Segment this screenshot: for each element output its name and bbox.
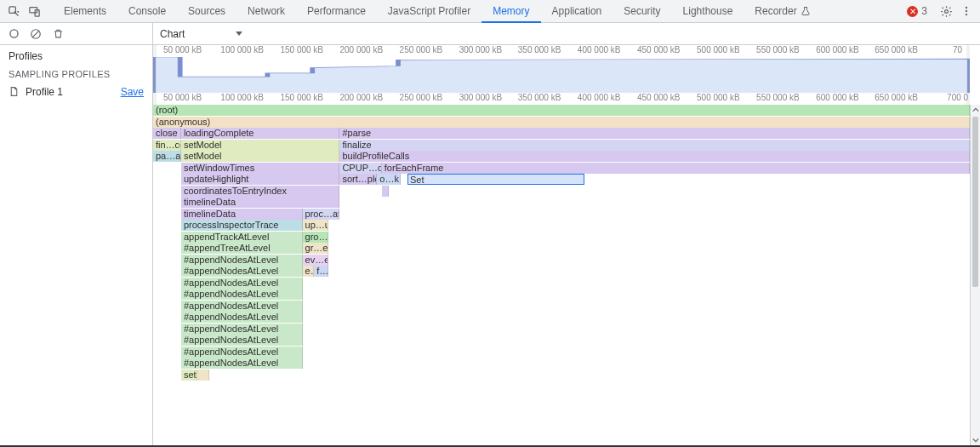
device-toggle-icon[interactable] — [26, 3, 43, 20]
save-profile-link[interactable]: Save — [121, 86, 144, 98]
tab-lighthouse[interactable]: Lighthouse — [672, 0, 744, 22]
tab-sources[interactable]: Sources — [177, 0, 236, 22]
flame-cell[interactable]: #appendNodesAtLevel — [181, 278, 303, 289]
tab-recorder[interactable]: Recorder — [744, 0, 821, 22]
flame-cell[interactable]: timelineData — [181, 209, 303, 220]
ruler-tick: 350 000 kB — [518, 93, 561, 102]
flame-cell[interactable]: (root) — [153, 105, 970, 116]
flame-row: #appendNodesAtLevel — [153, 335, 970, 347]
flame-cell[interactable]: Set — [407, 174, 584, 185]
flame-cell[interactable]: appendTrackAtLevel — [181, 232, 303, 243]
flame-cell[interactable]: #appendNodesAtLevel — [181, 324, 303, 335]
clear-icon[interactable] — [29, 27, 43, 41]
flame-cell[interactable]: #appendNodesAtLevel — [181, 312, 303, 323]
ruler-tick: 250 000 kB — [400, 45, 443, 54]
tab-memory[interactable]: Memory — [481, 0, 540, 22]
flame-cell[interactable]: coordinatesToEntryIndex — [181, 186, 340, 197]
flame-cell[interactable]: forEachFrame — [382, 163, 970, 174]
settings-icon[interactable] — [937, 3, 954, 20]
flame-panel: 50 000 kB100 000 kB150 000 kB200 000 kB2… — [153, 45, 980, 445]
flame-row: #appendNodesAtLevel — [153, 289, 970, 301]
profile-controls — [0, 23, 153, 44]
scroll-thumb[interactable] — [972, 117, 978, 287]
profiles-sidebar: Profiles SAMPLING PROFILES Profile 1 Sav… — [0, 45, 153, 445]
flame-row: #appendNodesAtLevel — [153, 358, 970, 370]
flame-cell[interactable]: timelineData — [181, 197, 340, 208]
flame-cell[interactable]: pa…at — [153, 151, 181, 162]
error-count: 3 — [921, 5, 927, 17]
flame-cell[interactable]: setWindowTimes — [181, 163, 340, 174]
tab-security[interactable]: Security — [612, 0, 671, 22]
flame-cell[interactable]: up…up — [303, 220, 328, 231]
flame-cell[interactable]: #appendNodesAtLevel — [181, 266, 303, 277]
error-badge[interactable]: ✕ 3 — [907, 5, 927, 17]
flame-cell[interactable]: finalize — [339, 140, 970, 151]
flame-cell[interactable] — [197, 370, 209, 381]
flame-row: #appendTreeAtLevelgr…ew — [153, 243, 970, 255]
flame-cell[interactable]: o…k — [377, 174, 400, 185]
ruler-tick: 650 000 kB — [875, 45, 918, 54]
ruler-tick: 100 000 kB — [220, 45, 264, 54]
ruler-tick: 100 000 kB — [220, 93, 264, 102]
tab-javascript-profiler[interactable]: JavaScript Profiler — [377, 0, 481, 22]
flame-row: (root) — [153, 105, 970, 117]
ruler-tick: 500 000 kB — [697, 45, 740, 54]
flame-cell[interactable]: #parse — [339, 128, 970, 139]
flame-cell[interactable]: setModel — [181, 140, 340, 151]
flame-cell[interactable]: fin…ce — [153, 140, 181, 151]
ruler-tick: 400 000 kB — [578, 93, 621, 102]
flame-cell[interactable]: #appendNodesAtLevel — [181, 289, 303, 300]
svg-point-4 — [944, 9, 948, 13]
record-icon[interactable] — [7, 27, 20, 41]
flame-cell[interactable]: gro…ts — [303, 232, 328, 243]
scroll-down-icon[interactable] — [971, 435, 980, 445]
flame-cell[interactable]: CPUP…del — [339, 163, 381, 174]
flame-cell[interactable]: loadingComplete — [181, 128, 340, 139]
flame-cell[interactable]: #appendTreeAtLevel — [181, 243, 303, 254]
ruler-tick: 250 000 kB — [400, 93, 443, 102]
vertical-scrollbar[interactable] — [970, 105, 980, 445]
flame-cell[interactable]: updateHighlight — [181, 174, 340, 185]
flame-chart[interactable]: (root)(anonymous)closeloadingComplete#pa… — [153, 105, 980, 445]
tab-console[interactable]: Console — [117, 0, 177, 22]
ruler-tick: 700 0 — [947, 93, 968, 102]
flame-cell[interactable]: #appendNodesAtLevel — [181, 335, 303, 346]
more-icon[interactable] — [958, 3, 975, 20]
tab-network[interactable]: Network — [236, 0, 296, 22]
flame-cell[interactable]: #appendNodesAtLevel — [181, 255, 303, 266]
view-selector[interactable]: Chart — [160, 28, 242, 40]
flame-cell[interactable]: set — [181, 370, 197, 381]
scroll-up-icon[interactable] — [971, 105, 980, 115]
flame-cell[interactable]: proc…ata — [303, 209, 340, 220]
flame-cell[interactable]: ev…ew — [303, 255, 328, 266]
flame-cell[interactable]: gr…ew — [303, 243, 328, 254]
flame-cell[interactable]: buildProfileCalls — [339, 151, 970, 162]
tab-elements[interactable]: Elements — [53, 0, 117, 22]
flame-cell[interactable]: close — [153, 128, 181, 139]
ruler-tick: 70 — [953, 45, 962, 54]
flame-row: #appendNodesAtLevel — [153, 301, 970, 312]
tab-application[interactable]: Application — [541, 0, 613, 22]
flame-cell[interactable]: f…r — [314, 266, 328, 277]
ruler-tick: 350 000 kB — [518, 45, 561, 54]
flame-cell[interactable]: #appendNodesAtLevel — [181, 358, 303, 369]
overview-ruler-bottom: 50 000 kB100 000 kB150 000 kB200 000 kB2… — [153, 93, 970, 105]
flame-cell[interactable]: #appendNodesAtLevel — [181, 347, 303, 358]
flame-cell[interactable]: sort…ples — [339, 174, 377, 185]
tab-performance[interactable]: Performance — [296, 0, 377, 22]
flame-row: (anonymous) — [153, 117, 970, 129]
inspect-icon[interactable] — [5, 3, 22, 20]
flame-cell[interactable]: setModel — [181, 151, 340, 162]
flame-row: timelineData — [153, 197, 970, 209]
overview[interactable]: 50 000 kB100 000 kB150 000 kB200 000 kB2… — [153, 45, 980, 105]
flame-cell[interactable] — [382, 186, 389, 197]
flame-cell[interactable]: e… — [303, 266, 315, 277]
profile-item[interactable]: Profile 1 Save — [0, 83, 152, 101]
flame-cell[interactable]: #appendNodesAtLevel — [181, 301, 303, 312]
flame-cell[interactable]: processInspectorTrace — [181, 220, 303, 231]
ruler-tick: 200 000 kB — [339, 45, 383, 54]
ruler-tick: 150 000 kB — [280, 45, 323, 54]
flame-cell[interactable]: (anonymous) — [153, 117, 970, 128]
delete-icon[interactable] — [51, 27, 65, 41]
svg-point-8 — [9, 30, 17, 37]
